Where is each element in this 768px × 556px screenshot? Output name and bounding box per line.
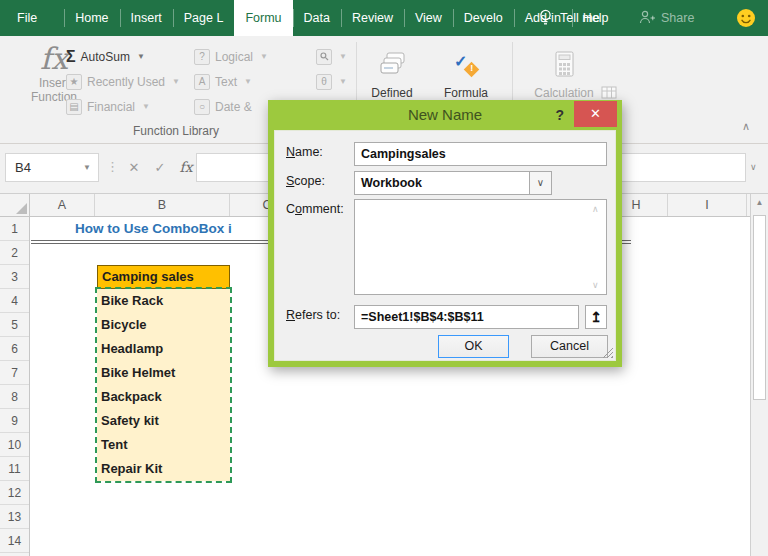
tab-view[interactable]: View: [404, 0, 453, 36]
collapse-ribbon-icon[interactable]: ∧: [742, 120, 750, 133]
row-header-14[interactable]: 14: [0, 529, 29, 553]
name-box-dropdown-icon[interactable]: ▼: [83, 154, 91, 181]
cancel-entry-icon[interactable]: ✕: [122, 153, 146, 182]
scope-label: Scope:: [286, 174, 325, 188]
name-label: Name:: [286, 145, 323, 159]
sigma-icon: Σ: [66, 48, 76, 66]
tab-insert[interactable]: Insert: [120, 0, 173, 36]
row-header-5[interactable]: 5: [0, 313, 29, 337]
row-header-8[interactable]: 8: [0, 385, 29, 409]
row-header-7[interactable]: 7: [0, 361, 29, 385]
row-header-2[interactable]: 2: [0, 241, 29, 265]
autosum-label: AutoSum: [81, 50, 130, 64]
theta-icon: θ: [316, 74, 332, 90]
select-all-corner[interactable]: [0, 194, 30, 216]
dropdown-arrow-icon: ▼: [172, 77, 180, 86]
formula-label: Formula: [444, 86, 488, 100]
ribbon-tabs: FileHomeInsertPage LFormuDataReviewViewD…: [6, 0, 620, 36]
ok-button[interactable]: OK: [438, 335, 509, 358]
row-header-3[interactable]: 3: [0, 265, 29, 289]
column-header-B[interactable]: B: [95, 194, 230, 216]
math-trig-button[interactable]: θ ▼: [316, 73, 347, 90]
selection-dashed-border: [95, 287, 232, 483]
dialog-help-button[interactable]: ?: [555, 100, 564, 130]
row-header-12[interactable]: 12: [0, 481, 29, 505]
row-header-9[interactable]: 9: [0, 409, 29, 433]
scroll-up-icon[interactable]: ▲: [751, 194, 768, 212]
autosum-button[interactable]: Σ AutoSum ▼: [66, 48, 145, 65]
insert-function-label-1: Insert: [39, 76, 69, 90]
text-button[interactable]: A Text ▼: [194, 73, 252, 90]
letter-a-icon: A: [194, 74, 210, 90]
comment-textarea[interactable]: [354, 199, 607, 295]
column-header-I[interactable]: I: [668, 194, 747, 216]
recently-used-label: Recently Used: [87, 75, 165, 89]
tab-file[interactable]: File: [6, 0, 48, 36]
calculation-label: Calculation: [534, 86, 593, 100]
ribbon-tab-bar: FileHomeInsertPage LFormuDataReviewViewD…: [0, 0, 768, 36]
formula-auditing-button[interactable]: ✓! Formula: [433, 42, 499, 100]
scope-dropdown[interactable]: Workbook ∨: [354, 171, 552, 195]
scope-value: Workbook: [361, 176, 422, 190]
name-box[interactable]: B4 ▼: [5, 153, 99, 182]
tab-pagel[interactable]: Page L: [173, 0, 235, 36]
vertical-scrollbar[interactable]: ▲: [750, 194, 768, 556]
column-header-A[interactable]: A: [30, 194, 95, 216]
dialog-titlebar[interactable]: New Name ? ✕: [268, 100, 622, 130]
dialog-close-button[interactable]: ✕: [574, 101, 617, 127]
logical-button[interactable]: ? Logical ▼: [194, 48, 268, 65]
row-header-13[interactable]: 13: [0, 505, 29, 529]
expand-formula-bar-icon[interactable]: ∨: [750, 153, 757, 182]
row-header-1[interactable]: 1: [0, 217, 29, 241]
comment-scroll-down-icon[interactable]: ∨: [592, 280, 599, 290]
dropdown-arrow-icon: ▼: [244, 77, 252, 86]
logical-label: Logical: [215, 50, 253, 64]
cancel-button[interactable]: Cancel: [531, 335, 608, 358]
row-header-6[interactable]: 6: [0, 337, 29, 361]
dropdown-arrow-icon: ▼: [339, 77, 347, 86]
lookup-reference-button[interactable]: ▼: [316, 48, 347, 65]
share-label: Share: [661, 11, 694, 25]
sheet-title-cell[interactable]: How to Use ComboBox i: [75, 217, 232, 241]
scrollbar-thumb[interactable]: [753, 215, 766, 400]
check-warning-icon: ✓!: [453, 52, 479, 76]
tell-me-label: Tell me: [560, 11, 600, 25]
calculator-icon: [518, 42, 610, 86]
tell-me-button[interactable]: Tell me: [538, 0, 600, 36]
excel-window: FileHomeInsertPage LFormuDataReviewViewD…: [0, 0, 768, 556]
tab-review[interactable]: Review: [341, 0, 404, 36]
name-tags-icon: [361, 42, 423, 86]
row-header-11[interactable]: 11: [0, 457, 29, 481]
share-button[interactable]: Share: [638, 0, 694, 36]
recently-used-button[interactable]: ★ Recently Used ▼: [66, 73, 180, 90]
name-field[interactable]: Campingsales: [354, 142, 607, 166]
date-time-button[interactable]: ○ Date &: [194, 98, 252, 115]
refers-to-field[interactable]: =Sheet1!$B$4:$B$11: [354, 305, 579, 329]
text-label: Text: [215, 75, 237, 89]
calculation-button[interactable]: Calculation: [518, 42, 610, 100]
tab-formu[interactable]: Formu: [234, 0, 292, 36]
dropdown-arrow-icon: ▼: [339, 52, 347, 61]
collapse-dialog-icon[interactable]: ↥: [585, 305, 607, 329]
scope-dropdown-arrow-icon[interactable]: ∨: [529, 172, 551, 194]
close-icon: ✕: [590, 106, 601, 121]
tab-develo[interactable]: Develo: [453, 0, 514, 36]
insert-function-icon[interactable]: fx: [174, 153, 198, 182]
defined-label: Defined: [371, 86, 412, 100]
comment-scroll-up-icon[interactable]: ∧: [592, 204, 599, 214]
row-header-10[interactable]: 10: [0, 433, 29, 457]
row-header-4[interactable]: 4: [0, 289, 29, 313]
share-person-icon: [638, 9, 656, 28]
row-headers: 1234567891011121314: [0, 217, 30, 556]
financial-label: Financial: [87, 100, 135, 114]
dialog-body: Name: Campingsales Scope: Workbook ∨ Com…: [274, 130, 616, 361]
tab-data[interactable]: Data: [293, 0, 341, 36]
financial-button[interactable]: ▤ Financial ▼: [66, 98, 150, 115]
cell-reference: B4: [15, 160, 31, 175]
defined-names-button[interactable]: Defined: [361, 42, 423, 100]
range-header-cell[interactable]: Camping sales: [97, 265, 230, 289]
tab-home[interactable]: Home: [64, 0, 119, 36]
enter-entry-icon[interactable]: ✓: [148, 153, 172, 182]
account-smiley-icon[interactable]: [736, 8, 756, 28]
lightbulb-icon: [538, 8, 553, 29]
